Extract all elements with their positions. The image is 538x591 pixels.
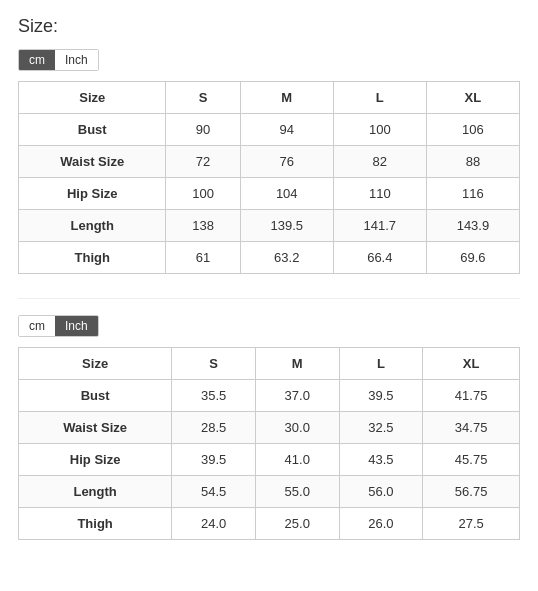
cell-label: Length xyxy=(19,476,172,508)
cell-m: 139.5 xyxy=(240,210,333,242)
cell-xl: 69.6 xyxy=(426,242,519,274)
cell-l: 110 xyxy=(333,178,426,210)
cell-m: 41.0 xyxy=(255,444,339,476)
cell-m: 25.0 xyxy=(255,508,339,540)
inch-button-1[interactable]: Inch xyxy=(55,50,98,70)
cell-s: 28.5 xyxy=(172,412,256,444)
cell-s: 39.5 xyxy=(172,444,256,476)
cell-l: 56.0 xyxy=(339,476,423,508)
cell-label: Waist Size xyxy=(19,146,166,178)
cm-button[interactable]: cm xyxy=(19,50,55,70)
cell-xl: 88 xyxy=(426,146,519,178)
cm-unit-toggle[interactable]: cm Inch xyxy=(18,49,99,71)
table-row: Waist Size28.530.032.534.75 xyxy=(19,412,520,444)
cell-s: 35.5 xyxy=(172,380,256,412)
cell-s: 61 xyxy=(166,242,240,274)
header-xl-2: XL xyxy=(423,348,520,380)
cell-xl: 116 xyxy=(426,178,519,210)
table-row: Hip Size100104110116 xyxy=(19,178,520,210)
table-row: Thigh24.025.026.027.5 xyxy=(19,508,520,540)
cell-xl: 143.9 xyxy=(426,210,519,242)
cell-l: 66.4 xyxy=(333,242,426,274)
cell-label: Bust xyxy=(19,380,172,412)
cell-l: 32.5 xyxy=(339,412,423,444)
table-row: Bust9094100106 xyxy=(19,114,520,146)
cell-m: 30.0 xyxy=(255,412,339,444)
table-row: Waist Size72768288 xyxy=(19,146,520,178)
header-m: M xyxy=(240,82,333,114)
cell-label: Waist Size xyxy=(19,412,172,444)
header-m-2: M xyxy=(255,348,339,380)
cell-s: 138 xyxy=(166,210,240,242)
header-s-2: S xyxy=(172,348,256,380)
cm-section: cm Inch Size S M L XL Bust9094100106Wais… xyxy=(18,49,520,274)
cell-m: 104 xyxy=(240,178,333,210)
section-divider xyxy=(18,298,520,299)
cell-label: Thigh xyxy=(19,508,172,540)
cell-s: 90 xyxy=(166,114,240,146)
table-row: Length138139.5141.7143.9 xyxy=(19,210,520,242)
cell-xl: 106 xyxy=(426,114,519,146)
cell-l: 82 xyxy=(333,146,426,178)
cell-s: 100 xyxy=(166,178,240,210)
cell-l: 43.5 xyxy=(339,444,423,476)
header-l: L xyxy=(333,82,426,114)
cell-label: Thigh xyxy=(19,242,166,274)
inch-size-table: Size S M L XL Bust35.537.039.541.75Waist… xyxy=(18,347,520,540)
cm-button-2[interactable]: cm xyxy=(19,316,55,336)
cell-m: 37.0 xyxy=(255,380,339,412)
cell-label: Hip Size xyxy=(19,178,166,210)
cell-s: 54.5 xyxy=(172,476,256,508)
cell-xl: 27.5 xyxy=(423,508,520,540)
inch-section: cm Inch Size S M L XL Bust35.537.039.541… xyxy=(18,315,520,540)
header-size-2: Size xyxy=(19,348,172,380)
cell-l: 141.7 xyxy=(333,210,426,242)
page-title: Size: xyxy=(18,16,520,37)
cell-l: 100 xyxy=(333,114,426,146)
cell-m: 94 xyxy=(240,114,333,146)
cm-size-table: Size S M L XL Bust9094100106Waist Size72… xyxy=(18,81,520,274)
cell-label: Bust xyxy=(19,114,166,146)
cell-s: 72 xyxy=(166,146,240,178)
table-row: Length54.555.056.056.75 xyxy=(19,476,520,508)
cell-xl: 45.75 xyxy=(423,444,520,476)
header-l-2: L xyxy=(339,348,423,380)
header-xl: XL xyxy=(426,82,519,114)
table-row: Bust35.537.039.541.75 xyxy=(19,380,520,412)
header-s: S xyxy=(166,82,240,114)
cell-s: 24.0 xyxy=(172,508,256,540)
cell-l: 26.0 xyxy=(339,508,423,540)
inch-button-2[interactable]: Inch xyxy=(55,316,98,336)
table-row: Hip Size39.541.043.545.75 xyxy=(19,444,520,476)
cell-m: 76 xyxy=(240,146,333,178)
cell-label: Hip Size xyxy=(19,444,172,476)
cell-xl: 34.75 xyxy=(423,412,520,444)
cell-label: Length xyxy=(19,210,166,242)
table-header-row-2: Size S M L XL xyxy=(19,348,520,380)
cell-m: 63.2 xyxy=(240,242,333,274)
cell-m: 55.0 xyxy=(255,476,339,508)
cell-l: 39.5 xyxy=(339,380,423,412)
table-row: Thigh6163.266.469.6 xyxy=(19,242,520,274)
header-size: Size xyxy=(19,82,166,114)
cell-xl: 41.75 xyxy=(423,380,520,412)
table-header-row: Size S M L XL xyxy=(19,82,520,114)
inch-unit-toggle[interactable]: cm Inch xyxy=(18,315,99,337)
cell-xl: 56.75 xyxy=(423,476,520,508)
